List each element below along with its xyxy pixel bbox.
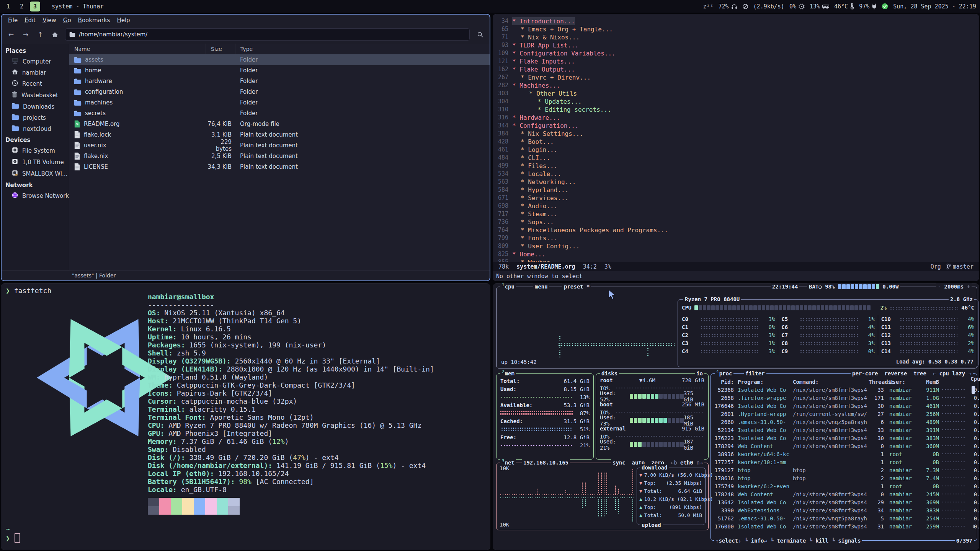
menu-file[interactable]: File [5, 16, 21, 25]
up-button[interactable]: ↑ [34, 29, 47, 40]
process-row[interactable]: 178248Web Content/nix/store/sm8fmrf3wps4… [711, 490, 977, 498]
sidebar-item-computer[interactable]: Computer [2, 56, 69, 67]
menu-button[interactable]: menu [533, 283, 549, 290]
path-bar[interactable]: /home/nambiar/system/ [65, 28, 470, 41]
process-row[interactable]: 179127btopbtop2nambiar7.3M0.0 [711, 466, 977, 474]
forward-button[interactable]: → [19, 29, 32, 40]
file-row[interactable]: flake.lock3,1 KiBPlain text document [69, 129, 490, 140]
process-row[interactable]: 178616btopbtop2nambiar7.4M0.0 [711, 474, 977, 482]
org-heading-line[interactable]: 534* Locale... [493, 170, 979, 178]
column-header-name[interactable]: Name [69, 44, 206, 54]
process-row[interactable]: 2658.firefox-wrappe/nix/store/sm8fmrf3wp… [711, 394, 977, 402]
process-row[interactable]: 176000Isolated Web Co/nix/store/sm8fmrf3… [711, 522, 977, 530]
org-heading-line[interactable]: 303* Other Utils [493, 90, 979, 98]
mem-box-title[interactable]: 2mem [500, 370, 516, 377]
io-mode-button[interactable]: io [695, 370, 704, 377]
disks-box-title[interactable]: disks [600, 370, 619, 377]
preset-button[interactable]: preset * [562, 283, 591, 290]
process-row[interactable]: 2601.Hyprland-wrapp/run/current-system/s… [711, 410, 977, 418]
sidebar-item-smallbox-wi-[interactable]: SMALLBOX Wi... [2, 168, 69, 179]
home-button[interactable] [48, 29, 61, 40]
org-heading-line[interactable]: 93* TLDR App List... [493, 41, 979, 49]
cpu-box-title[interactable]: 1cpu [500, 283, 516, 290]
process-row[interactable]: 2660.emacs-31.0.50-/nix/store/wnqz5pa8ra… [711, 418, 977, 426]
process-row[interactable]: 3390WebExtensions/nix/store/sm8fmrf3wps4… [711, 506, 977, 514]
file-row[interactable]: assetsFolder [69, 54, 490, 65]
sidebar-item-recent[interactable]: Recent [2, 78, 69, 90]
org-heading-line[interactable]: 121* Flake Inputs... [493, 57, 979, 65]
org-heading-line[interactable]: 65* Emacs + Org + Tangle... [493, 25, 979, 33]
sidebar-item-wastebasket[interactable]: Wastebasket [2, 90, 69, 101]
text-cursor[interactable] [15, 533, 20, 543]
proc-scrollbar[interactable] [972, 386, 975, 394]
org-heading-line[interactable]: 809* User Config... [493, 242, 979, 250]
workspace-button-3[interactable]: 3 [30, 2, 40, 11]
column-header-type[interactable]: Type [235, 44, 490, 54]
process-row[interactable]: 175749kworker/6:2-even1root0B0.0 [711, 482, 977, 490]
workspace-button-1[interactable]: 1 [3, 2, 13, 11]
proc-footer-actions[interactable]: ↑ select ↓ ┗ info ↵ ┗ terminate ┗ kill ┗… [714, 537, 862, 544]
back-button[interactable]: ← [5, 29, 18, 40]
menu-view[interactable]: View [39, 16, 60, 25]
org-heading-line[interactable]: 344* Configuration... [493, 122, 979, 130]
org-heading-line[interactable]: 310* Editing secrets... [493, 106, 979, 114]
org-heading-line[interactable]: 698* Audio... [493, 202, 979, 210]
update-interval[interactable]: - 2000ms + [936, 283, 972, 290]
org-heading-line[interactable]: 717* Steam... [493, 210, 979, 218]
org-heading-line[interactable]: 34* Introduction... [493, 17, 979, 25]
file-row[interactable]: user.nix229 bytesPlain text document [69, 140, 490, 151]
org-heading-line[interactable]: 825* Home... [493, 250, 979, 258]
menu-help[interactable]: Help [113, 16, 133, 25]
sidebar-item-browse-network[interactable]: Browse Network [2, 190, 69, 202]
process-row[interactable]: 177257kworker/10:1-mm_1root0B0.0 [711, 458, 977, 466]
org-heading-line[interactable]: 162* Flake Output... [493, 65, 979, 73]
proc-box-title[interactable]: 4proc [715, 370, 733, 377]
menu-bookmarks[interactable]: Bookmarks [75, 16, 114, 25]
org-heading-line[interactable]: 764* Miscellaneous Packages and Programs… [493, 226, 979, 234]
process-row[interactable]: 51762.emacs-31.0.50-/nix/store/wnqz5pa8r… [711, 514, 977, 522]
process-row[interactable]: 52368Isolated Web Co/nix/store/sm8fmrf3w… [711, 386, 977, 394]
workspace-button-2[interactable]: 2 [16, 2, 27, 11]
org-heading-line[interactable]: 499* Files... [493, 162, 979, 170]
org-heading-line[interactable]: 799* Fonts... [493, 234, 979, 242]
file-row[interactable]: LICENSE34,3 KiBPlain text document [69, 161, 490, 172]
sidebar-item-file-system[interactable]: File System [2, 145, 69, 156]
process-row[interactable]: 13642Isolated Web Co/nix/store/sm8fmrf3w… [711, 498, 977, 506]
column-header-size[interactable]: Size [206, 44, 235, 54]
org-heading-line[interactable]: 304* Updates... [493, 98, 979, 106]
org-heading-line[interactable]: 671* Services... [493, 194, 979, 202]
process-row[interactable]: 176223Isolated Web Co/nix/store/sm8fmrf3… [711, 434, 977, 442]
sidebar-item-projects[interactable]: projects [2, 112, 69, 123]
org-heading-line[interactable]: 109* Configuration Variables... [493, 49, 979, 57]
org-heading-line[interactable]: 563* Networking... [493, 178, 979, 186]
process-row[interactable]: 38936kworker/u64:6-kc1root0B0.0 [711, 450, 977, 458]
org-heading-line[interactable]: 428* Boot... [493, 138, 979, 146]
file-row[interactable]: hardwareFolder [69, 76, 490, 86]
process-row[interactable]: 178294Web Content/nix/store/sm8fmrf3wps4… [711, 442, 977, 450]
sidebar-item-nextcloud[interactable]: nextcloud [2, 123, 69, 134]
org-heading-line[interactable]: 736* Sops... [493, 218, 979, 226]
org-heading-line[interactable]: 384* Nix Settings... [493, 130, 979, 138]
org-heading-line[interactable]: 267* Envrc + Direnv... [493, 73, 979, 82]
sidebar-item-downloads[interactable]: Downloads [2, 101, 69, 112]
process-row[interactable]: 176646Isolated Web Co/nix/store/sm8fmrf3… [711, 402, 977, 410]
file-row[interactable]: homeFolder [69, 65, 490, 76]
menu-edit[interactable]: Edit [21, 16, 39, 25]
file-row[interactable]: machinesFolder [69, 97, 490, 108]
proc-options[interactable]: per-core reverse tree ← cpu lazy → [851, 370, 973, 377]
org-heading-line[interactable]: 316* Hardware... [493, 114, 979, 122]
org-heading-line[interactable]: 484* CLI... [493, 154, 979, 162]
sidebar-item-1-0-tb-volume[interactable]: 1,0 TB Volume [2, 156, 69, 168]
filter-button[interactable]: filter [744, 370, 766, 377]
org-heading-line[interactable]: 584* Hyprland... [493, 186, 979, 194]
menu-go[interactable]: Go [60, 16, 75, 25]
file-row[interactable]: configurationFolder [69, 86, 490, 97]
process-row[interactable]: 52134Isolated Web Co/nix/store/sm8fmrf3w… [711, 426, 977, 434]
sidebar-item-nambiar[interactable]: nambiar [2, 67, 69, 78]
org-heading-line[interactable]: 461* Login... [493, 146, 979, 154]
file-row[interactable]: README.org76,4 KiBOrg-mode file [69, 119, 490, 129]
file-row[interactable]: flake.nix2,5 KiBPlain text document [69, 151, 490, 161]
org-heading-line[interactable]: 282* Machines... [493, 82, 979, 90]
org-heading-line[interactable]: 71* Nix & Nixos... [493, 33, 979, 41]
file-row[interactable]: secretsFolder [69, 108, 490, 119]
